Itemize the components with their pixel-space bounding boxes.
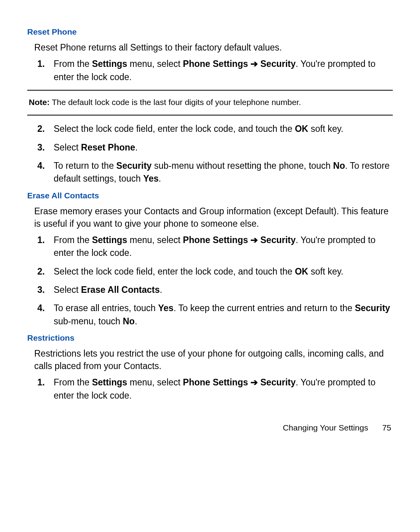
- reset-phone-intro: Reset Phone returns all Settings to thei…: [27, 41, 393, 54]
- bold: Phone Settings: [183, 377, 250, 387]
- step-text: menu, select: [127, 235, 183, 245]
- step-text: .: [159, 173, 161, 184]
- step-text: From the: [54, 235, 92, 245]
- bold: Security: [116, 161, 152, 171]
- step-text: To return to the: [54, 161, 116, 171]
- step-number: 2.: [37, 265, 45, 278]
- list-item: 3. Select Reset Phone.: [54, 141, 393, 154]
- list-item: 2. Select the lock code field, enter the…: [54, 122, 393, 135]
- step-text: .: [135, 316, 137, 326]
- bold: Phone Settings: [183, 59, 250, 69]
- list-item: 4. To return to the Security sub-menu wi…: [54, 159, 393, 186]
- page-number: 75: [382, 423, 391, 432]
- erase-all-intro: Erase memory erases your Contacts and Gr…: [27, 205, 393, 230]
- list-item: 2. Select the lock code field, enter the…: [54, 265, 393, 278]
- step-text: Select: [54, 285, 81, 295]
- bold: OK: [295, 266, 308, 276]
- step-text: Select the lock code field, enter the lo…: [54, 266, 295, 276]
- bold: Security: [258, 377, 296, 387]
- step-number: 3.: [37, 284, 45, 296]
- step-number: 4.: [37, 302, 45, 315]
- step-text: menu, select: [127, 59, 183, 69]
- step-text: .: [160, 285, 162, 295]
- note-label: Note:: [29, 98, 50, 107]
- step-text: soft key.: [308, 124, 343, 134]
- bold: Yes: [158, 303, 173, 313]
- list-item: 1. From the Settings menu, select Phone …: [54, 376, 393, 402]
- arrow-icon: ➔: [250, 235, 258, 245]
- step-number: 1.: [37, 376, 45, 389]
- list-item: 3. Select Erase All Contacts.: [54, 284, 393, 296]
- step-text: menu, select: [127, 377, 183, 387]
- restrictions-intro: Restrictions lets you restrict the use o…: [27, 347, 393, 372]
- bold: Yes: [143, 173, 159, 184]
- bold: Security: [258, 59, 296, 69]
- list-item: 4. To erase all entries, touch Yes. To k…: [54, 302, 393, 328]
- step-number: 1.: [37, 58, 45, 70]
- bold: Security: [258, 235, 296, 245]
- step-number: 4.: [37, 159, 45, 172]
- step-text: soft key.: [308, 266, 343, 276]
- note-text: The default lock code is the last four d…: [50, 98, 301, 107]
- arrow-icon: ➔: [250, 377, 258, 387]
- step-text: Select: [54, 142, 81, 152]
- step-text: From the: [54, 59, 92, 69]
- list-item: 1. From the Settings menu, select Phone …: [54, 58, 393, 84]
- step-number: 3.: [37, 141, 45, 154]
- list-item: 1. From the Settings menu, select Phone …: [54, 234, 393, 260]
- restrictions-steps: 1. From the Settings menu, select Phone …: [27, 376, 393, 402]
- footer-title: Changing Your Settings: [283, 423, 368, 432]
- bold: OK: [295, 124, 308, 134]
- page-footer: Changing Your Settings 75: [27, 423, 393, 432]
- step-number: 1.: [37, 234, 45, 247]
- step-text: sub-menu, touch: [54, 316, 123, 326]
- step-text: Select the lock code field, enter the lo…: [54, 124, 295, 134]
- reset-phone-steps-part2: 2. Select the lock code field, enter the…: [27, 122, 393, 185]
- bold: Settings: [92, 235, 127, 245]
- bold: No: [123, 316, 135, 326]
- arrow-icon: ➔: [250, 59, 258, 69]
- step-text: .: [135, 142, 138, 152]
- step-number: 2.: [37, 122, 45, 135]
- step-text: sub-menu without resetting the phone, to…: [152, 161, 333, 171]
- note-block: Note: The default lock code is the last …: [27, 90, 393, 116]
- reset-phone-steps-part1: 1. From the Settings menu, select Phone …: [27, 58, 393, 84]
- step-text: . To keep the current entries and return…: [173, 303, 355, 313]
- heading-restrictions: Restrictions: [27, 333, 393, 343]
- bold: No: [333, 161, 345, 171]
- bold: Settings: [92, 377, 127, 387]
- bold: Security: [355, 303, 390, 313]
- erase-all-steps: 1. From the Settings menu, select Phone …: [27, 234, 393, 328]
- bold: Reset Phone: [81, 142, 135, 152]
- heading-reset-phone: Reset Phone: [27, 27, 393, 37]
- bold: Erase All Contacts: [81, 285, 159, 295]
- step-text: From the: [54, 377, 92, 387]
- manual-page: Reset Phone Reset Phone returns all Sett…: [0, 0, 420, 448]
- bold: Settings: [92, 59, 127, 69]
- step-text: To erase all entries, touch: [54, 303, 158, 313]
- bold: Phone Settings: [183, 235, 250, 245]
- heading-erase-all-contacts: Erase All Contacts: [27, 191, 393, 200]
